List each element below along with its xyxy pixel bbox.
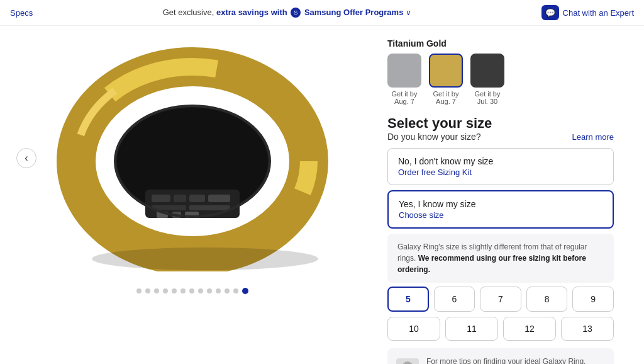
dot-12[interactable] (233, 288, 238, 293)
chat-label: Chat with an Expert (563, 8, 634, 18)
tips-text-container: For more tips on finding your ideal Gala… (426, 356, 586, 364)
tips-text: For more tips on finding your ideal Gala… (426, 357, 586, 364)
image-panel: ‹ (10, 38, 375, 364)
chat-expert-button[interactable]: 💬 Chat with an Expert (541, 5, 634, 20)
ring-tips-icon (397, 360, 418, 364)
learn-more-link[interactable]: Learn more (572, 132, 614, 142)
dot-7[interactable] (189, 288, 194, 293)
color-option-silver[interactable]: Get it byAug. 7 (387, 54, 421, 105)
color-options: Get it byAug. 7 Get it byAug. 7 Get it b… (387, 54, 614, 105)
color-option-gold[interactable]: Get it byAug. 7 (429, 54, 463, 105)
dot-5[interactable] (172, 288, 177, 293)
promo-text: Get exclusive, (163, 8, 214, 17)
dot-8[interactable] (198, 288, 203, 293)
svg-rect-7 (174, 195, 186, 202)
size-button-12[interactable]: 12 (503, 317, 556, 341)
size-button-9[interactable]: 9 (572, 287, 614, 312)
promo-bar: Get exclusive, extra savings with S Sams… (33, 8, 541, 18)
color-section: Titanium Gold Get it byAug. 7 Get it byA… (387, 38, 614, 108)
size-button-13[interactable]: 13 (561, 317, 614, 341)
size-info-bold: We recommend using our free sizing kit b… (397, 254, 586, 274)
size-yes-title: Yes, I know my size (399, 199, 602, 209)
size-grid-row2: 10 11 12 13 (387, 317, 614, 341)
size-no-title: No, I don't know my size (398, 156, 603, 166)
dot-3[interactable] (154, 288, 159, 293)
svg-point-16 (92, 247, 318, 270)
size-button-7[interactable]: 7 (480, 287, 521, 312)
color-option-black[interactable]: Get it byJul. 30 (470, 54, 504, 105)
svg-rect-11 (189, 205, 230, 210)
svg-rect-6 (152, 195, 170, 202)
size-section: Select your size Do you know your size? … (387, 115, 614, 364)
dot-1[interactable] (136, 288, 142, 293)
dot-9[interactable] (207, 288, 212, 293)
top-bar: Specs Get exclusive, extra savings with … (0, 0, 644, 26)
dot-4[interactable] (163, 288, 168, 293)
size-yes-card[interactable]: Yes, I know my size Choose size (387, 190, 614, 229)
main-content: ‹ (0, 26, 644, 364)
dot-6[interactable] (180, 288, 186, 293)
chat-icon: 💬 (541, 5, 559, 20)
size-question-row: Do you know your size? Learn more (387, 132, 614, 142)
size-button-6[interactable]: 6 (434, 287, 475, 312)
order-sizing-kit-link[interactable]: Order free Sizing Kit (398, 168, 603, 177)
black-delivery: Get it byJul. 30 (475, 90, 501, 105)
ring-image-container: ‹ (10, 38, 375, 278)
chevron-down-icon[interactable]: ∨ (406, 8, 411, 17)
offer-program-link[interactable]: Samsung Offer Programs (304, 8, 404, 17)
svg-rect-9 (208, 195, 230, 202)
extra-savings-text: extra savings with (216, 8, 287, 17)
size-info-note: Galaxy Ring's size is slightly different… (387, 234, 614, 283)
choose-size-link[interactable]: Choose size (399, 210, 602, 220)
samsung-badge-icon: S (291, 8, 301, 18)
specs-link[interactable]: Specs (10, 8, 33, 18)
black-swatch[interactable] (470, 54, 504, 88)
specs-link-container[interactable]: Specs (10, 8, 33, 18)
size-no-card[interactable]: No, I don't know my size Order free Sizi… (387, 148, 614, 185)
size-section-title: Select your size (387, 115, 614, 132)
size-button-11[interactable]: 11 (445, 317, 498, 341)
size-grid-row1: 5 6 7 8 9 (387, 287, 614, 312)
dot-11[interactable] (225, 288, 230, 293)
prev-button[interactable]: ‹ (16, 148, 36, 168)
carousel-dots (136, 288, 248, 294)
svg-rect-8 (189, 195, 205, 202)
right-panel: Titanium Gold Get it byAug. 7 Get it byA… (387, 38, 614, 364)
dot-13[interactable] (242, 288, 248, 294)
tips-icon (396, 358, 419, 364)
size-button-10[interactable]: 10 (387, 317, 440, 341)
gold-delivery: Get it byAug. 7 (433, 90, 459, 105)
ring-image (48, 45, 337, 271)
size-button-8[interactable]: 8 (526, 287, 568, 312)
selected-color-label: Titanium Gold (387, 38, 614, 48)
tips-section: For more tips on finding your ideal Gala… (387, 348, 614, 364)
dot-2[interactable] (145, 288, 150, 293)
gold-swatch[interactable] (429, 54, 463, 88)
silver-delivery: Get it byAug. 7 (392, 90, 418, 105)
size-button-5[interactable]: 5 (387, 287, 429, 312)
size-question-text: Do you know your size? (387, 132, 481, 142)
silver-swatch[interactable] (387, 54, 421, 88)
dot-10[interactable] (216, 288, 221, 293)
